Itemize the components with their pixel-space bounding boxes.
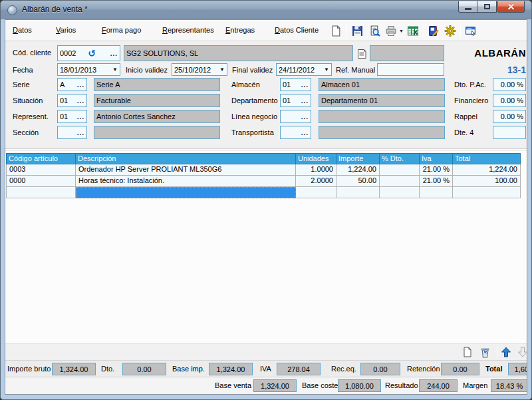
new-document-icon[interactable] — [329, 24, 342, 37]
fecha-label: Fecha — [13, 66, 33, 74]
cell-dto[interactable] — [380, 187, 420, 198]
new-row-icon[interactable] — [462, 346, 473, 358]
minimize-button[interactable] — [458, 1, 477, 13]
table-row[interactable]: 0003 Ordenador HP Server PROLIANT ML350G… — [6, 164, 521, 176]
window-content: Datos Varios Forma pago Representantes E… — [5, 19, 527, 395]
transportista-input[interactable]: ... — [280, 126, 311, 139]
menu-datos[interactable]: Datos — [13, 26, 32, 34]
save-icon[interactable] — [350, 24, 364, 37]
cell-iva[interactable] — [420, 187, 453, 198]
delete-row-icon[interactable] — [479, 346, 491, 358]
menu-varios[interactable]: Varios — [56, 26, 76, 34]
cell-importe[interactable]: 1,224.00 — [336, 164, 380, 176]
cell-dto[interactable] — [380, 176, 420, 187]
almacen-lookup-button[interactable]: ... — [299, 81, 309, 89]
col-header-descripcion[interactable]: Descripción — [76, 153, 296, 164]
table-row[interactable]: 0000 Horas técnico: Instalación. 2.0000 … — [6, 176, 521, 187]
inicio-validez-input[interactable]: 25/10/2012▼ — [172, 63, 227, 76]
move-row-down-icon[interactable] — [517, 346, 527, 358]
cell-unidades[interactable]: 2.0000 — [296, 176, 336, 187]
cod-cliente-lookup-button[interactable]: ... — [108, 50, 118, 57]
dte4-input[interactable] — [493, 126, 526, 139]
refresh-icon[interactable]: ↺ — [88, 49, 96, 57]
transportista-lookup-button[interactable]: ... — [299, 129, 309, 136]
fecha-input[interactable]: 18/01/2013▼ — [57, 63, 120, 76]
print-preview-icon[interactable] — [368, 24, 381, 37]
cell-descripcion[interactable]: Horas técnico: Instalación. — [76, 176, 296, 187]
col-header-iva[interactable]: Iva — [420, 153, 453, 164]
cell-unidades[interactable]: 1.0000 — [296, 164, 336, 176]
export-excel-icon[interactable] — [406, 24, 420, 37]
seccion-input[interactable]: ... — [57, 126, 87, 139]
close-button[interactable] — [497, 1, 525, 13]
cell-codigo[interactable]: 0000 — [6, 176, 76, 187]
menu-forma-pago[interactable]: Forma pago — [102, 26, 141, 34]
menu-datos-cliente[interactable]: Datos Cliente — [275, 26, 319, 34]
linea-negocio-lookup-button[interactable]: ... — [299, 113, 309, 120]
base-venta-value: 1,324.00 — [253, 379, 297, 392]
cod-cliente-input[interactable]: 0002 ↺ ... — [57, 45, 120, 61]
departamento-input[interactable]: 01... — [280, 94, 311, 107]
cell-iva[interactable]: 21.00 % — [420, 164, 453, 176]
situacion-desc-field: Facturable — [94, 94, 220, 107]
cell-descripcion[interactable]: Ordenador HP Server PROLIANT ML350G6 — [76, 164, 296, 176]
print-dropdown-icon[interactable]: ▼ — [399, 29, 404, 33]
importe-bruto-value: 1,324.00 — [52, 363, 96, 375]
menu-representantes[interactable]: Representantes — [162, 26, 214, 34]
totals-row-1: Importe bruto 1,324.00 Dto. 0.00 Base im… — [5, 360, 527, 377]
financiero-input[interactable]: 0.00 % — [493, 94, 526, 107]
departamento-lookup-button[interactable]: ... — [299, 97, 309, 104]
cell-importe[interactable] — [336, 187, 380, 198]
cell-importe[interactable]: 50.00 — [336, 176, 380, 187]
notes-icon[interactable] — [427, 24, 440, 37]
linea-negocio-input[interactable]: ... — [280, 110, 311, 123]
cell-total[interactable]: 1,224.00 — [453, 164, 521, 176]
move-row-up-icon[interactable] — [500, 346, 512, 358]
final-validez-dropdown-icon[interactable]: ▼ — [324, 67, 329, 73]
cell-unidades[interactable] — [296, 187, 336, 198]
app-window: Albarán de venta * Datos Varios Forma pa… — [0, 0, 532, 400]
client-notes-icon[interactable] — [355, 47, 368, 61]
titlebar[interactable]: Albarán de venta * — [1, 1, 531, 19]
col-header-importe[interactable]: Importe — [336, 153, 380, 164]
col-header-codigo[interactable]: Código artículo — [6, 153, 76, 164]
cell-dto[interactable] — [380, 164, 420, 176]
dto-pac-input[interactable]: 0.00 % — [493, 78, 526, 91]
fecha-dropdown-icon[interactable]: ▼ — [112, 67, 118, 73]
represent-input[interactable]: 01... — [57, 110, 87, 123]
serie-lookup-button[interactable]: ... — [74, 81, 84, 89]
cell-descripcion-selected[interactable] — [76, 187, 296, 198]
situacion-input[interactable]: 01... — [57, 94, 87, 107]
iva-value: 278.04 — [277, 363, 321, 375]
seccion-lookup-button[interactable]: ... — [74, 129, 84, 136]
col-header-unidades[interactable]: Unidades — [296, 153, 336, 164]
ref-manual-input[interactable] — [377, 63, 444, 76]
represent-lookup-button[interactable]: ... — [74, 113, 84, 120]
form-grid-divider — [5, 148, 527, 150]
col-header-dto[interactable]: % Dto. — [380, 153, 420, 164]
rec-eq-label: Rec.eq. — [331, 365, 356, 373]
situacion-lookup-button[interactable]: ... — [74, 97, 84, 104]
print-icon[interactable] — [384, 24, 398, 37]
toolbar-separator — [460, 24, 461, 37]
cell-total[interactable] — [453, 187, 521, 198]
seccion-desc-field — [94, 126, 220, 139]
inicio-validez-dropdown-icon[interactable]: ▼ — [219, 67, 225, 73]
cell-iva[interactable]: 21.00 % — [420, 176, 453, 187]
cell-total[interactable]: 100.00 — [453, 176, 521, 187]
inicio-validez-label: Inicio validez — [126, 66, 168, 74]
cell-codigo[interactable]: 0003 — [6, 164, 76, 176]
serie-input[interactable]: A... — [57, 78, 87, 91]
cell-codigo[interactable] — [6, 187, 76, 198]
rappel-input[interactable]: 0.00 % — [493, 110, 526, 123]
almacen-input[interactable]: 01... — [280, 78, 311, 91]
final-validez-input[interactable]: 24/11/2012▼ — [276, 63, 332, 76]
base-imp-value: 1,324.00 — [209, 363, 253, 375]
maximize-button[interactable] — [477, 1, 497, 13]
transportista-desc-field — [319, 126, 445, 139]
table-row-empty[interactable] — [6, 187, 521, 198]
settings-icon[interactable] — [444, 24, 457, 37]
window-select-icon[interactable] — [464, 24, 477, 37]
menu-entregas[interactable]: Entregas — [225, 26, 255, 34]
col-header-total[interactable]: Total — [453, 153, 521, 164]
